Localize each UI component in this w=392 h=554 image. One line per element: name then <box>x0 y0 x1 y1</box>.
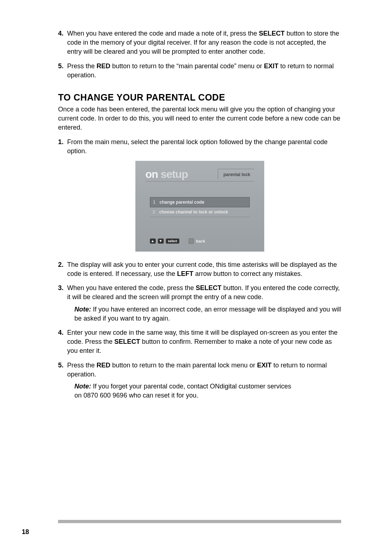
item-text: Enter your new code in the same way, thi… <box>67 328 341 356</box>
down-arrow-icon: ▼ <box>158 239 164 244</box>
steps-list-b: 2.The display will ask you to enter your… <box>58 260 341 302</box>
item-number: 1. <box>58 138 67 156</box>
list-item: 3.When you have entered the code, press … <box>58 284 341 302</box>
screenshot-menu: 1change parental code2choose channel to … <box>150 197 250 217</box>
section-intro: Once a code has been entered, the parent… <box>58 105 341 133</box>
menu-row-label: change parental code <box>160 200 204 205</box>
item-text: When you have entered the code and made … <box>67 29 341 57</box>
item-text: When you have entered the code, press th… <box>67 284 341 302</box>
list-item: 4.Enter your new code in the same way, t… <box>58 328 341 356</box>
list-item: 5.Press the RED button to return to the … <box>58 361 341 379</box>
select-pill: select <box>166 239 180 244</box>
item-number: 4. <box>58 29 67 57</box>
item-number: 2. <box>58 260 67 278</box>
menu-row-label: choose channel to lock or unlock <box>159 209 228 215</box>
list-item: 5.Press the RED button to return to the … <box>58 62 341 80</box>
list-item: 2.The display will ask you to enter your… <box>58 260 341 278</box>
continued-steps: 4.When you have entered the code and mad… <box>58 29 341 80</box>
back-label: back <box>196 239 205 243</box>
steps-list-a: 1.From the main menu, select the parenta… <box>58 138 341 156</box>
screenshot-title: parental lock <box>218 169 254 179</box>
note-after-step3: Note: If you have entered an incorrect c… <box>74 305 341 323</box>
item-number: 3. <box>58 284 67 302</box>
menu-row: 2choose channel to lock or unlock <box>150 207 250 217</box>
item-text: Press the RED button to return to the ma… <box>67 361 341 379</box>
item-number: 5. <box>58 62 67 80</box>
item-number: 5. <box>58 361 67 379</box>
menu-row-number: 1 <box>153 200 160 205</box>
item-number: 4. <box>58 328 67 356</box>
parental-lock-screenshot: on setup parental lock 1change parental … <box>135 161 264 252</box>
back-square-icon <box>189 239 194 244</box>
menu-row-number: 2 <box>153 209 159 215</box>
item-text: The display will ask you to enter your c… <box>67 260 341 278</box>
on-setup-logo: on setup <box>146 168 188 180</box>
steps-list-top: 4.When you have entered the code and mad… <box>58 29 341 80</box>
manual-page: 4.When you have entered the code and mad… <box>0 0 392 554</box>
footer-rule <box>58 520 341 523</box>
list-item: 4.When you have entered the code and mad… <box>58 29 341 57</box>
item-text: Press the RED button to return to the “m… <box>67 62 341 80</box>
header-divider <box>146 181 254 182</box>
screenshot-header: on setup parental lock <box>146 168 254 180</box>
list-item: 1.From the main menu, select the parenta… <box>58 138 341 156</box>
up-arrow-icon: ▲ <box>150 239 156 244</box>
note-after-step5: Note: If you forget your parental code, … <box>74 382 292 400</box>
item-text: From the main menu, select the parental … <box>67 138 341 156</box>
menu-row: 1change parental code <box>150 197 250 207</box>
page-number: 18 <box>22 528 29 536</box>
screenshot-footer: ▲ ▼ select back <box>150 239 250 244</box>
steps-list-c: 4.Enter your new code in the same way, t… <box>58 328 341 379</box>
section-heading: TO CHANGE YOUR PARENTAL CODE <box>58 92 341 103</box>
